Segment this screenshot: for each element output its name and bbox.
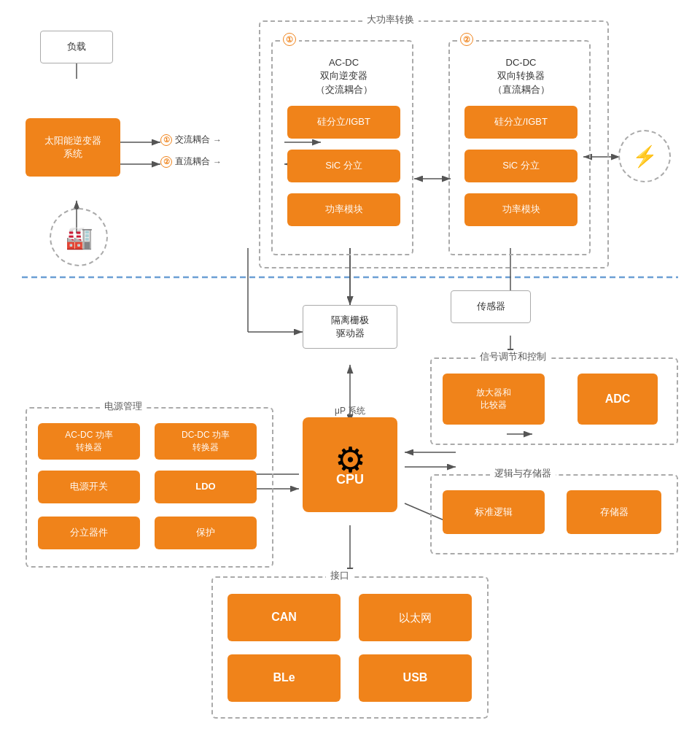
ldo-box: LDO	[155, 471, 257, 503]
num2-badge: ②	[460, 33, 473, 46]
dc-dc-container: ② DC-DC 双向转换器 （直流耦合） 硅分立/IGBT SiC 分立 功率模…	[448, 40, 591, 255]
adc-box: ADC	[578, 374, 658, 425]
solar-circle: 🏭	[50, 208, 108, 266]
memory-box: 存储器	[567, 490, 661, 534]
interface-container: 接口 CAN 以太网 BLe USB	[211, 576, 489, 719]
up-system-label: μP 系统	[303, 405, 397, 417]
solar-icon: 🏭	[66, 225, 93, 250]
signal-container: 信号调节和控制 放大器和 比较器 ADC	[430, 357, 678, 445]
ethernet-box: 以太网	[359, 594, 472, 641]
cpu-box: ⚙ CPU	[303, 417, 397, 512]
std-logic-box: 标准逻辑	[443, 490, 545, 534]
ac-coupling-label: ① 交流耦合 →	[160, 134, 222, 146]
can-box: CAN	[228, 594, 341, 641]
power-conversion-container: 大功率转换 ① AC-DC 双向逆变器 （交流耦合） 硅分立/IGBT SiC …	[259, 20, 609, 268]
solar-inverter-box: 太阳能逆变器 系统	[26, 118, 120, 177]
diagram: 大功率转换 ① AC-DC 双向逆变器 （交流耦合） 硅分立/IGBT SiC …	[0, 0, 700, 731]
power1-box: 功率模块	[287, 193, 400, 226]
ac-dc-converter-box: AC-DC 功率 转换器	[38, 423, 140, 460]
signal-label: 信号调节和控制	[475, 350, 551, 363]
dc-dc-title: DC-DC 双向转换器 （直流耦合）	[464, 53, 578, 100]
igbt2-box: 硅分立/IGBT	[464, 106, 578, 139]
logic-container: 逻辑与存储器 标准逻辑 存储器	[430, 474, 678, 554]
ac-dc-title: AC-DC 双向逆变器 （交流耦合）	[287, 53, 400, 100]
sensor-box: 传感器	[451, 290, 531, 323]
sic1-box: SiC 分立	[287, 150, 400, 182]
load-box: 负载	[40, 31, 113, 63]
power-mgmt-container: 电源管理 AC-DC 功率 转换器 DC-DC 功率 转换器 电源开关 LDO …	[26, 407, 273, 568]
power-switch-box: 电源开关	[38, 471, 140, 503]
interface-label: 接口	[326, 569, 354, 582]
sic2-box: SiC 分立	[464, 150, 578, 182]
dc-coupling-label: ② 直流耦合 →	[160, 155, 222, 168]
igbt1-box: 硅分立/IGBT	[287, 106, 400, 139]
battery-icon: ⚡	[632, 144, 658, 169]
power-mgmt-label: 电源管理	[100, 400, 147, 413]
usb-box: USB	[359, 654, 472, 702]
power2-box: 功率模块	[464, 193, 578, 226]
logic-label: 逻辑与存储器	[490, 467, 556, 480]
cpu-label: CPU	[336, 472, 364, 487]
isolate-gate-box: 隔离栅极 驱动器	[303, 305, 397, 349]
num1-badge: ①	[283, 33, 296, 46]
power-conversion-label: 大功率转换	[362, 13, 419, 26]
discrete-box: 分立器件	[38, 517, 140, 549]
protection-box: 保护	[155, 517, 257, 549]
ac-dc-container: ① AC-DC 双向逆变器 （交流耦合） 硅分立/IGBT SiC 分立 功率模…	[271, 40, 413, 255]
battery-circle: ⚡	[618, 130, 671, 182]
ble-box: BLe	[228, 654, 341, 702]
amp-comp-box: 放大器和 比较器	[443, 374, 545, 425]
dc-dc-converter-box: DC-DC 功率 转换器	[155, 423, 257, 460]
